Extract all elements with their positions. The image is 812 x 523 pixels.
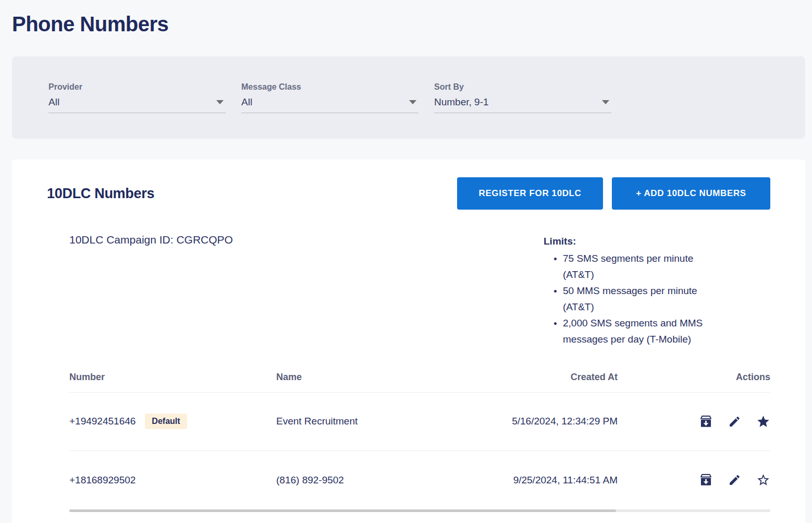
provider-filter: Provider All [48,82,226,113]
column-header-actions: Actions [618,372,770,383]
limit-item: 2,000 SMS segments and MMS messages per … [563,315,717,348]
card-actions: REGISTER FOR 10DLC + ADD 10DLC NUMBERS [457,177,770,210]
provider-label: Provider [48,82,226,92]
sort-by-filter: Sort By Number, 9-1 [434,82,611,113]
row-created-at: 5/16/2024, 12:34:29 PM [482,416,618,427]
register-for-10dlc-button[interactable]: REGISTER FOR 10DLC [457,177,603,210]
row-created-at: 9/25/2024, 11:44:51 AM [482,475,618,486]
limits-block: Limits: 75 SMS segments per minute (AT&T… [544,234,770,348]
provider-select[interactable]: All [48,96,226,113]
chevron-down-icon [409,100,416,104]
message-class-filter: Message Class All [241,82,419,113]
chevron-down-icon [602,100,609,104]
column-header-name: Name [276,372,482,383]
card-header: 10DLC Numbers REGISTER FOR 10DLC + ADD 1… [47,177,770,210]
sort-by-value: Number, 9-1 [434,96,489,108]
table-header-row: Number Name Created At Actions [69,372,770,393]
row-number: +19492451646 [69,416,136,427]
limit-item: 75 SMS segments per minute (AT&T) [563,251,717,283]
campaign-id: 10DLC Campaign ID: CGRCQPO [69,234,233,246]
edit-pencil-icon [728,415,741,428]
message-class-label: Message Class [241,82,419,92]
add-10dlc-numbers-button[interactable]: + ADD 10DLC NUMBERS [612,177,770,210]
table-horizontal-scrollbar[interactable] [69,509,770,512]
limits-title: Limits: [544,234,770,250]
table-body: +19492451646 Default Event Recruitment 5… [69,393,770,509]
message-class-select[interactable]: All [241,96,419,113]
edit-number-button[interactable] [728,473,741,486]
table-row: +19492451646 Default Event Recruitment 5… [69,393,770,451]
star-filled-icon [756,415,770,429]
filter-panel: Provider All Message Class All Sort By N… [12,56,805,139]
campaign-info-row: 10DLC Campaign ID: CGRCQPO Limits: 75 SM… [47,234,770,348]
phone-numbers-page: Phone Numbers Provider All Message Class… [0,10,812,523]
archive-number-button[interactable] [699,415,713,429]
column-header-created-at: Created At [482,372,618,383]
archive-number-button[interactable] [699,473,713,487]
edit-number-button[interactable] [728,415,741,428]
row-name: (816) 892-9502 [276,475,482,486]
row-name: Event Recruitment [276,416,482,427]
favorite-button[interactable] [756,415,770,429]
message-class-value: All [241,96,252,108]
table-row: +18168929502 (816) 892-9502 9/25/2024, 1… [69,451,770,509]
numbers-card: 10DLC Numbers REGISTER FOR 10DLC + ADD 1… [12,160,805,523]
page-title: Phone Numbers [12,10,805,38]
limit-item: 50 MMS messages per minute (AT&T) [563,283,717,315]
chevron-down-icon [216,100,224,104]
numbers-table: Number Name Created At Actions +19492451… [69,372,770,509]
archive-icon [699,415,713,429]
sort-by-select[interactable]: Number, 9-1 [434,96,611,113]
star-outline-icon [756,473,770,487]
section-title: 10DLC Numbers [47,186,154,202]
edit-pencil-icon [728,473,741,486]
favorite-button[interactable] [756,473,770,487]
limits-list: 75 SMS segments per minute (AT&T) 50 MMS… [544,251,770,348]
column-header-number: Number [69,372,276,383]
scrollbar-thumb[interactable] [69,509,616,512]
archive-icon [699,473,713,487]
provider-value: All [48,96,59,108]
sort-by-label: Sort By [434,82,611,92]
row-number: +18168929502 [69,475,136,486]
default-badge: Default [145,413,187,429]
